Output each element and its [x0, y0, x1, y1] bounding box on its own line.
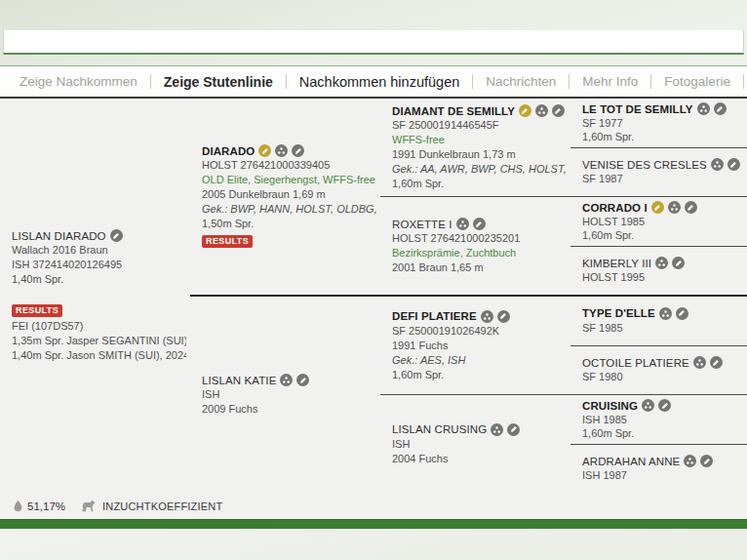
edit-pencil-icon[interactable]: [727, 158, 740, 171]
horse-detail-line: OLD Elite, Siegerhengst, WFFS-free: [202, 173, 376, 187]
edit-pencil-icon[interactable]: [473, 218, 486, 230]
horse-name-row: LISLAN KATIE: [202, 374, 376, 386]
horse-name-lislan-diarado[interactable]: LISLAN DIARADO: [12, 230, 106, 242]
inbreeding-value: 51,17%: [27, 500, 65, 512]
offspring-icon[interactable]: [275, 144, 288, 157]
edit-pencil-icon[interactable]: [497, 310, 510, 323]
offspring-icon[interactable]: [456, 218, 469, 230]
edit-pencil-icon[interactable]: [700, 455, 713, 467]
offspring-icon[interactable]: [642, 399, 654, 412]
offspring-icon[interactable]: [491, 423, 503, 436]
horse-name-diamant-de-semilly[interactable]: DIAMANT DE SEMILLY: [392, 105, 515, 117]
offspring-icon[interactable]: [535, 104, 548, 117]
offspring-icon[interactable]: [280, 374, 293, 386]
edit-pencil-icon[interactable]: [507, 423, 520, 436]
horse-name-venise-des-cresles[interactable]: VENISE DES CRESLES: [582, 159, 707, 171]
horse-name-row: OCTOILE PLATIERE: [582, 356, 743, 369]
horse-name-lislan-katie[interactable]: LISLAN KATIE: [202, 375, 276, 386]
blood-droplet-icon: [13, 500, 23, 512]
tab-list: Zeige NachkommenZeige StutenlinieNachkom…: [0, 66, 747, 97]
pedigree-cell-octoile-platiere: OCTOILE PLATIERESF 1980: [570, 346, 747, 396]
horse-detail-line: SF 1987: [582, 172, 743, 186]
pedigree-cell-diamant-de-semilly: DIAMANT DE SEMILLYSF 25000191446545FWFFS…: [380, 99, 570, 197]
horse-detail-line: 1,60m Spr.: [392, 368, 567, 382]
tab-zeige-nachkommen[interactable]: Zeige Nachkommen: [7, 74, 150, 89]
edit-pencil-icon[interactable]: [110, 229, 123, 242]
pedigree-cell-venise-des-cresles: VENISE DES CRESLESSF 1987: [570, 148, 747, 198]
results-badge[interactable]: RESULTS: [202, 235, 253, 248]
tab-fotogalerie[interactable]: Fotogalerie: [651, 74, 743, 89]
horse-name-diarado[interactable]: DIARADO: [202, 145, 255, 157]
horse-detail-line: 2001 Braun 1,65 m: [392, 260, 567, 275]
offspring-icon[interactable]: [668, 201, 681, 214]
tab-nachrichten[interactable]: Nachrichten: [473, 74, 569, 89]
offspring-icon[interactable]: [659, 307, 672, 320]
horse-name-defi-platiere[interactable]: DEFI PLATIERE: [392, 310, 477, 322]
edit-pencil-icon[interactable]: [685, 201, 697, 214]
horse-name-octoile-platiere[interactable]: OCTOILE PLATIERE: [582, 357, 689, 369]
edit-pencil-icon[interactable]: [658, 399, 671, 412]
horse-detail-line: HOLST 1985: [582, 215, 743, 228]
tab-zeige-stutenlinie[interactable]: Zeige Stutenlinie: [151, 74, 286, 90]
horse-name-row: LE TOT DE SEMILLY: [582, 102, 743, 115]
edit-pencil-icon[interactable]: [552, 104, 565, 117]
edit-pencil-icon[interactable]: [292, 144, 304, 157]
horse-detail-line: HOLST 276421000235201: [392, 231, 567, 246]
bottom-green-bar: [0, 519, 747, 529]
offspring-icon[interactable]: [693, 356, 706, 369]
tab-bar: Zeige NachkommenZeige StutenlinieNachkom…: [0, 65, 747, 99]
horse-name-row: LISLAN CRUSING: [392, 423, 567, 436]
horse-name-row: CRUISING: [582, 399, 743, 412]
horse-detail-line: FEI (107DS57): [12, 319, 186, 334]
offspring-icon[interactable]: [655, 257, 668, 269]
horse-detail-line: WFFS-free: [392, 133, 567, 147]
pedigree-cell-le-tot-de-semilly: LE TOT DE SEMILLYSF 19771,60m Spr.: [570, 99, 747, 148]
horse-detail-line: Bezirksprämie, Zuchtbuch: [392, 246, 567, 260]
tab-nachkommen-hinzuf-gen[interactable]: Nachkommen hinzufügen: [287, 74, 472, 90]
horse-name-ardrahan-anne[interactable]: ARDRAHAN ANNE: [582, 456, 680, 467]
premium-edit-pencil-icon[interactable]: [519, 104, 531, 117]
edit-pencil-icon[interactable]: [676, 307, 688, 320]
horse-name-row: LISLAN DIARADO: [12, 229, 186, 242]
horse-name-cruising[interactable]: CRUISING: [582, 400, 638, 412]
horse-name-le-tot-de-semilly[interactable]: LE TOT DE SEMILLY: [582, 103, 693, 115]
horse-detail-line: 1,60m Spr.: [582, 130, 743, 143]
tab-mehr-info[interactable]: Mehr Info: [570, 74, 650, 89]
offspring-icon[interactable]: [711, 158, 724, 171]
edit-pencil-icon[interactable]: [296, 374, 309, 386]
horse-name-row: DIAMANT DE SEMILLY: [392, 104, 567, 117]
horse-name-roxette-i[interactable]: ROXETTE I: [392, 219, 452, 230]
offspring-icon[interactable]: [684, 455, 696, 467]
premium-edit-pencil-icon[interactable]: [258, 144, 271, 157]
horse-detail-line: ISH 372414020126495: [12, 258, 186, 272]
horse-detail-line: 1,35m Spr. Jasper SEGANTINI (SUI), 2024: [12, 334, 186, 348]
pedigree-cell-defi-platiere: DEFI PLATIERESF 25000191026492K1991 Fuch…: [380, 297, 570, 395]
pedigree-cell-cruising: CRUISINGISH 19851,60m Spr.: [570, 395, 747, 445]
edit-pencil-icon[interactable]: [672, 257, 685, 269]
horse-name-kimberly-iii[interactable]: KIMBERLY III: [582, 258, 651, 269]
horse-detail-line: SF 25000191446545F: [392, 118, 567, 133]
top-input-box[interactable]: [3, 30, 744, 55]
pedigree-cell-kimberly-iii: KIMBERLY IIIHOLST 1995: [570, 247, 747, 298]
horse-detail-line: 1991 Fuchs: [392, 339, 567, 353]
offspring-icon[interactable]: [481, 310, 493, 323]
horse-detail-line: 1,60m Spr.: [582, 426, 743, 440]
pedigree-page: Zeige NachkommenZeige StutenlinieNachkom…: [0, 0, 747, 560]
premium-edit-pencil-icon[interactable]: [651, 201, 664, 214]
horse-name-row: CORRADO I: [582, 201, 743, 214]
horse-name-type-d-elle[interactable]: TYPE D'ELLE: [582, 307, 655, 319]
horse-name-corrado-i[interactable]: CORRADO I: [582, 202, 648, 214]
horse-detail-line: SF 25000191026492K: [392, 324, 567, 339]
inbreeding-coefficient-row: 51,17% INZUCHTKOEFFIZIENT: [0, 493, 747, 519]
horse-name-lislan-crusing[interactable]: LISLAN CRUSING: [392, 423, 487, 435]
edit-pencil-icon[interactable]: [714, 102, 727, 115]
horse-detail-line: 2004 Fuchs: [392, 452, 567, 466]
offspring-icon[interactable]: [697, 102, 710, 115]
inbreeding-label: INZUCHTKOEFFIZIENT: [102, 500, 222, 512]
results-badge[interactable]: RESULTS: [12, 304, 62, 317]
pedigree-gen2-column: DIARADOHOLST 276421000339405OLD Elite, S…: [190, 99, 380, 493]
edit-pencil-icon[interactable]: [710, 356, 723, 369]
horse-detail-line: ISH: [392, 437, 567, 452]
pedigree-cell-type-d-elle: TYPE D'ELLESF 1985: [570, 297, 747, 346]
pedigree-gen1-column: LISLAN DIARADOWallach 2016 BraunISH 3724…: [0, 99, 190, 493]
